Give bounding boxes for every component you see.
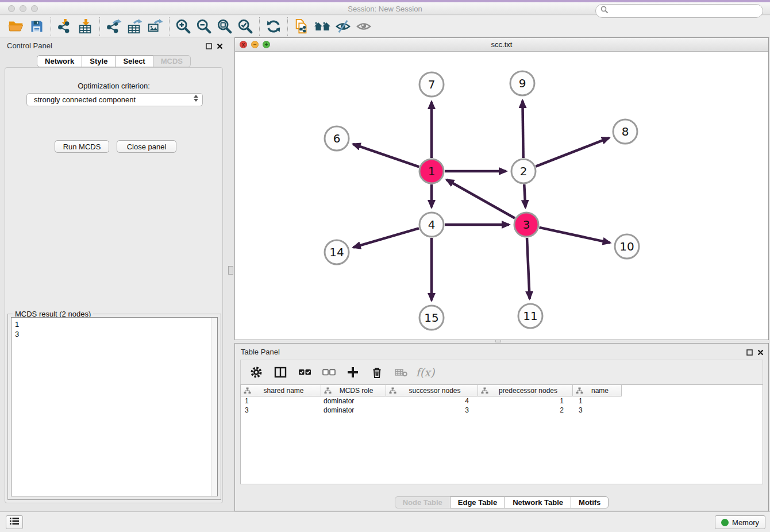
show-eye-icon[interactable] bbox=[353, 17, 374, 36]
zoom-out-icon[interactable] bbox=[194, 17, 214, 36]
save-session-icon[interactable] bbox=[26, 17, 47, 36]
table-float-panel-icon[interactable] bbox=[746, 348, 753, 358]
table-cell: 1 bbox=[573, 397, 622, 405]
close-panel-button[interactable]: Close panel bbox=[117, 140, 176, 153]
control-panel-title: Control Panel bbox=[0, 41, 52, 50]
search-box[interactable] bbox=[595, 4, 763, 18]
run-mcds-button[interactable]: Run MCDS bbox=[55, 140, 109, 153]
zoom-fit-icon[interactable] bbox=[214, 17, 235, 36]
criterion-dropdown[interactable]: strongly connected component bbox=[26, 93, 203, 106]
table-tab-edge-table[interactable]: Edge Table bbox=[450, 496, 505, 508]
graph-node-2[interactable]: 2 bbox=[511, 159, 536, 183]
deselect-all-icon[interactable] bbox=[321, 365, 336, 380]
graph-node-3[interactable]: 3 bbox=[514, 213, 538, 237]
status-bar: Memory bbox=[0, 511, 770, 532]
toolbar-separator bbox=[287, 17, 288, 36]
export-network-icon[interactable] bbox=[103, 17, 124, 36]
hide-details-icon[interactable] bbox=[333, 17, 353, 36]
graph-edge-3-10[interactable] bbox=[539, 228, 610, 243]
graph-node-15[interactable]: 15 bbox=[419, 306, 444, 330]
table-cell: 3 bbox=[241, 406, 321, 414]
mcds-result-group: MCDS result (2 nodes) 1 3 bbox=[7, 314, 221, 500]
node-table: shared nameMCDS rolesuccessor nodesprede… bbox=[240, 384, 763, 484]
memory-button[interactable]: Memory bbox=[715, 515, 765, 529]
dropdown-stepper-icon bbox=[194, 95, 198, 102]
table-tab-node-table[interactable]: Node Table bbox=[395, 496, 451, 508]
graph-edge-2-8[interactable] bbox=[536, 138, 609, 167]
graph-edge-3-11[interactable] bbox=[527, 238, 530, 299]
graph-node-8[interactable]: 8 bbox=[613, 119, 637, 144]
mcds-result-area[interactable]: 1 3 bbox=[11, 317, 218, 496]
table-row[interactable]: 1dominator411 bbox=[241, 396, 763, 406]
add-row-icon[interactable] bbox=[345, 365, 360, 380]
graph-node-9[interactable]: 9 bbox=[510, 71, 534, 95]
graph-node-14[interactable]: 14 bbox=[325, 240, 349, 264]
table-cell: 1 bbox=[241, 397, 321, 405]
graph-node-4[interactable]: 4 bbox=[419, 213, 444, 237]
toolbar-separator bbox=[169, 17, 170, 36]
task-history-button[interactable] bbox=[6, 515, 23, 529]
graph-edge-1-6[interactable] bbox=[353, 144, 419, 167]
open-session-icon[interactable] bbox=[6, 17, 26, 36]
optimization-label: Optimization criterion: bbox=[5, 82, 222, 90]
column-header-MCDS-role[interactable]: MCDS role bbox=[321, 385, 386, 396]
table-cell: 3 bbox=[573, 406, 622, 414]
export-image-icon[interactable] bbox=[145, 17, 165, 36]
tab-select[interactable]: Select bbox=[115, 55, 153, 67]
tab-network[interactable]: Network bbox=[37, 55, 82, 67]
graph-node-6[interactable]: 6 bbox=[325, 126, 349, 151]
search-input[interactable] bbox=[612, 6, 763, 16]
table-panel: Table Panel f(x) shared nameMCDS rolesuc… bbox=[234, 343, 769, 511]
graph-edge-4-14[interactable] bbox=[353, 228, 419, 247]
svg-text:6: 6 bbox=[333, 132, 341, 145]
table-body: 1dominator4113dominator323 bbox=[241, 396, 763, 415]
graph-edge-2-3[interactable] bbox=[524, 184, 525, 207]
mcds-panel: Optimization criterion: strongly connect… bbox=[5, 67, 223, 503]
table-cell: 4 bbox=[386, 397, 478, 405]
column-header-shared-name[interactable]: shared name bbox=[241, 385, 321, 396]
network-canvas[interactable]: 7968124314101511 bbox=[235, 52, 768, 340]
graph-edge-3-1[interactable] bbox=[446, 180, 515, 218]
graph-node-11[interactable]: 11 bbox=[518, 304, 542, 328]
column-header-name[interactable]: name bbox=[573, 385, 622, 396]
svg-text:10: 10 bbox=[619, 240, 634, 253]
table-close-panel-icon[interactable] bbox=[757, 348, 764, 358]
table-tab-network-table[interactable]: Network Table bbox=[505, 496, 571, 508]
columns-icon[interactable] bbox=[273, 365, 288, 380]
zoom-selected-icon[interactable] bbox=[235, 17, 256, 36]
graph-edge-2-9[interactable] bbox=[522, 101, 523, 158]
import-network-icon[interactable] bbox=[55, 17, 75, 36]
zoom-in-icon[interactable] bbox=[173, 17, 194, 36]
tab-mcds[interactable]: MCDS bbox=[153, 55, 191, 67]
column-header-successor-nodes[interactable]: successor nodes bbox=[386, 385, 478, 396]
graph-node-7[interactable]: 7 bbox=[419, 72, 444, 97]
memory-status-icon bbox=[721, 519, 729, 526]
refresh-layout-icon[interactable] bbox=[263, 17, 284, 36]
network-frame-titlebar[interactable]: x – + scc.txt bbox=[235, 38, 768, 52]
svg-text:7: 7 bbox=[428, 78, 436, 91]
result-scrollbar[interactable] bbox=[211, 318, 217, 496]
column-header-predecessor-nodes[interactable]: predecessor nodes bbox=[478, 385, 573, 396]
float-panel-icon[interactable] bbox=[206, 41, 212, 52]
graph-node-10[interactable]: 10 bbox=[615, 234, 639, 259]
criterion-value: strongly connected component bbox=[34, 95, 136, 104]
table-row[interactable]: 3dominator323 bbox=[241, 406, 763, 415]
table-tab-motifs[interactable]: Motifs bbox=[571, 496, 609, 508]
toolbar-separator bbox=[259, 17, 260, 36]
table-cell: 3 bbox=[386, 406, 478, 414]
memory-label: Memory bbox=[732, 518, 759, 527]
svg-text:14: 14 bbox=[329, 245, 344, 259]
settings-icon[interactable] bbox=[249, 365, 264, 380]
import-table-icon[interactable] bbox=[75, 17, 96, 36]
tab-style[interactable]: Style bbox=[82, 55, 116, 67]
vertical-splitter-handle[interactable] bbox=[228, 266, 233, 275]
graph-node-1[interactable]: 1 bbox=[419, 159, 444, 183]
table-header-row: shared nameMCDS rolesuccessor nodesprede… bbox=[241, 385, 763, 396]
home-layout-icon[interactable] bbox=[312, 17, 333, 36]
clone-network-icon[interactable] bbox=[291, 17, 312, 36]
export-table-icon[interactable] bbox=[124, 17, 145, 36]
table-panel-title: Table Panel bbox=[235, 348, 280, 356]
close-panel-icon[interactable] bbox=[217, 41, 223, 52]
select-all-icon[interactable] bbox=[297, 365, 312, 380]
delete-row-icon[interactable] bbox=[369, 365, 384, 380]
